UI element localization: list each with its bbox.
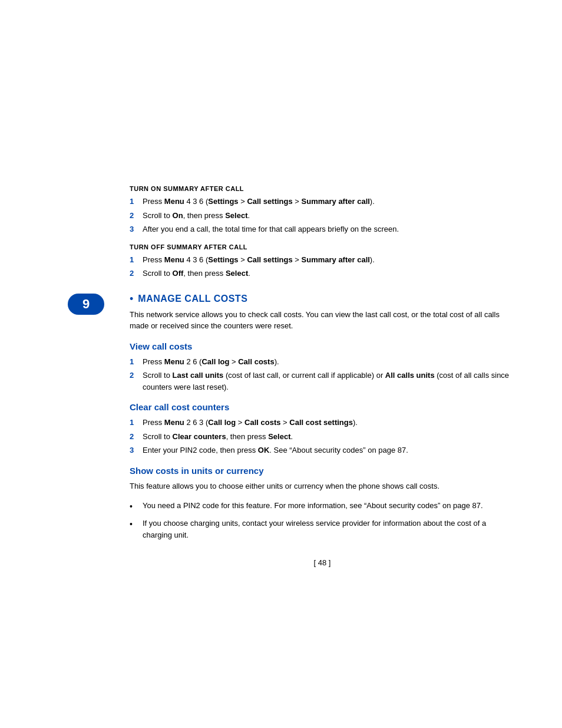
view-call-costs-list: 1 Press Menu 2 6 (Call log > Call costs)… [130, 356, 515, 393]
manage-call-costs-section: 9 • MANAGE CALL COSTS This network servi… [130, 294, 515, 541]
show-costs-bullets: • You need a PIN2 code for this feature.… [130, 500, 515, 541]
turn-off-heading: TURN OFF SUMMARY AFTER CALL [130, 243, 515, 251]
page: TURN ON SUMMARY AFTER CALL 1 Press Menu … [0, 0, 562, 728]
show-costs-description: This feature allows you to choose either… [130, 480, 515, 492]
list-item: 1 Press Menu 4 3 6 (Settings > Call sett… [130, 196, 515, 207]
list-item: 1 Press Menu 2 6 3 (Call log > Call cost… [130, 417, 515, 429]
turn-on-step-2: Scroll to On, then press Select. [143, 210, 250, 222]
clear-call-cost-list: 1 Press Menu 2 6 3 (Call log > Call cost… [130, 417, 515, 456]
turn-off-section: TURN OFF SUMMARY AFTER CALL 1 Press Menu… [130, 243, 515, 279]
list-item: 3 Enter your PIN2 code, then press OK. S… [130, 444, 515, 456]
list-item: 2 Scroll to Off, then press Select. [130, 268, 515, 279]
list-number-2: 2 [130, 431, 140, 443]
show-costs-section: Show costs in units or currency This fea… [130, 466, 515, 541]
list-item: 2 Scroll to On, then press Select. [130, 210, 515, 222]
list-number-3: 3 [130, 444, 140, 456]
turn-off-step-1: Press Menu 4 3 6 (Settings > Call settin… [143, 254, 375, 266]
turn-on-step-3: After you end a call, the total time for… [143, 223, 399, 235]
list-item: 1 Press Menu 4 3 6 (Settings > Call sett… [130, 254, 515, 266]
manage-title-row: • MANAGE CALL COSTS [130, 294, 515, 304]
list-number-3: 3 [130, 223, 140, 235]
list-item: 3 After you end a call, the total time f… [130, 223, 515, 235]
view-call-costs-section: View call costs 1 Press Menu 2 6 (Call l… [130, 341, 515, 393]
clear-step-2: Scroll to Clear counters, then press Sel… [143, 431, 293, 443]
clear-call-cost-section: Clear call cost counters 1 Press Menu 2 … [130, 402, 515, 456]
bullet-marker: • [130, 518, 139, 531]
bullet-marker: • [130, 500, 139, 513]
clear-step-3: Enter your PIN2 code, then press OK. See… [143, 444, 408, 456]
view-call-costs-heading: View call costs [130, 341, 515, 351]
list-number-2: 2 [130, 210, 140, 222]
list-number-1: 1 [130, 196, 140, 207]
list-item: • If you choose charging units, contact … [130, 518, 515, 541]
turn-on-heading: TURN ON SUMMARY AFTER CALL [130, 185, 515, 192]
manage-call-costs-description: This network service allows you to check… [130, 309, 515, 332]
page-number: [ 48 ] [130, 558, 515, 567]
view-step-1: Press Menu 2 6 (Call log > Call costs). [143, 356, 279, 368]
turn-on-section: TURN ON SUMMARY AFTER CALL 1 Press Menu … [130, 185, 515, 235]
bullet-dot: • [130, 294, 133, 304]
show-costs-heading: Show costs in units or currency [130, 466, 515, 476]
turn-off-list: 1 Press Menu 4 3 6 (Settings > Call sett… [130, 254, 515, 279]
list-number-1: 1 [130, 254, 140, 266]
list-item: • You need a PIN2 code for this feature.… [130, 500, 515, 513]
turn-on-step-1: Press Menu 4 3 6 (Settings > Call settin… [143, 196, 375, 207]
view-step-2: Scroll to Last call units (cost of last … [143, 370, 515, 393]
clear-step-1: Press Menu 2 6 3 (Call log > Call costs … [143, 417, 358, 429]
list-item: 2 Scroll to Last call units (cost of las… [130, 370, 515, 393]
list-number-2: 2 [130, 370, 140, 381]
turn-off-step-2: Scroll to Off, then press Select. [143, 268, 250, 279]
list-item: 1 Press Menu 2 6 (Call log > Call costs)… [130, 356, 515, 368]
list-item: 2 Scroll to Clear counters, then press S… [130, 431, 515, 443]
turn-on-list: 1 Press Menu 4 3 6 (Settings > Call sett… [130, 196, 515, 235]
list-number-1: 1 [130, 417, 140, 429]
list-number-2: 2 [130, 268, 140, 279]
content-area: TURN ON SUMMARY AFTER CALL 1 Press Menu … [130, 0, 515, 614]
bullet-text-1: You need a PIN2 code for this feature. F… [143, 500, 483, 512]
clear-call-cost-heading: Clear call cost counters [130, 402, 515, 412]
list-number-1: 1 [130, 356, 140, 368]
chapter-badge: 9 [68, 294, 104, 315]
manage-call-costs-title: MANAGE CALL COSTS [138, 294, 247, 304]
bullet-text-2: If you choose charging units, contact yo… [143, 518, 515, 541]
